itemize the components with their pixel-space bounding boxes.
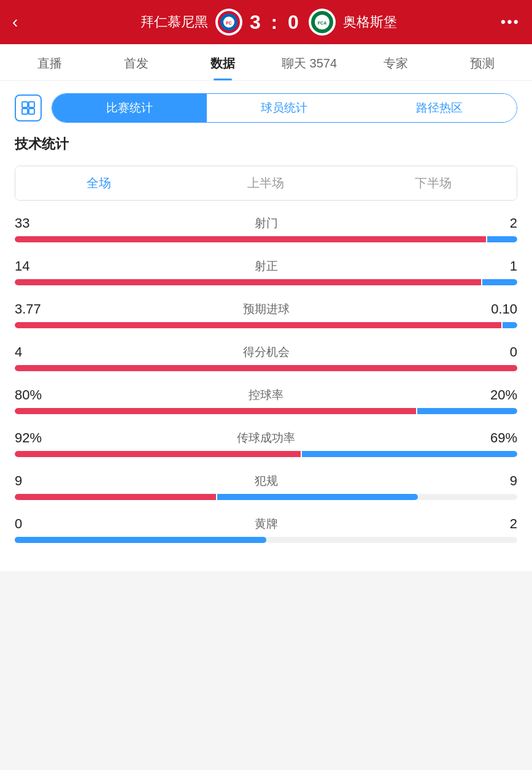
stats-sub-tabs: 比赛统计 球员统计 路径热区 xyxy=(52,93,517,123)
sub-tab-player-stats[interactable]: 球员统计 xyxy=(207,94,361,122)
stat-right-val-3: 0 xyxy=(468,344,517,360)
more-button[interactable]: ••• xyxy=(501,13,520,31)
stat-bar-4 xyxy=(15,408,517,414)
stat-left-val-3: 4 xyxy=(15,344,64,360)
stat-name-1: 射正 xyxy=(64,258,468,274)
stat-name-4: 控球率 xyxy=(64,387,468,403)
stat-right-val-7: 2 xyxy=(468,516,517,532)
stat-labels-5: 92% 传球成功率 69% xyxy=(15,430,517,446)
bar-left-1 xyxy=(15,279,481,285)
stat-name-7: 黄牌 xyxy=(64,516,468,532)
header-score: 拜仁慕尼黑 FC 3 : 0 FCA 奥格斯堡 xyxy=(37,9,501,36)
stat-right-val-4: 20% xyxy=(468,387,517,403)
stat-right-val-0: 2 xyxy=(468,215,517,231)
stat-row-3: 4 得分机会 0 xyxy=(15,344,517,371)
tab-expert[interactable]: 专家 xyxy=(353,44,439,80)
stat-left-val-2: 3.77 xyxy=(15,301,64,317)
stat-bar-0 xyxy=(15,236,517,242)
sub-tab-heatmap[interactable]: 路径热区 xyxy=(362,94,517,122)
bar-left-0 xyxy=(15,236,486,242)
stat-row-1: 14 射正 1 xyxy=(15,258,517,285)
stat-right-val-1: 1 xyxy=(468,258,517,274)
stat-bar-5 xyxy=(15,451,517,457)
stat-name-3: 得分机会 xyxy=(64,344,468,360)
stat-row-2: 3.77 预期进球 0.10 xyxy=(15,301,517,328)
svg-text:FC: FC xyxy=(226,21,231,25)
away-team-logo: FCA xyxy=(309,9,336,36)
bar-right-7 xyxy=(15,537,266,543)
stat-bar-1 xyxy=(15,279,517,285)
match-score: 3 : 0 xyxy=(250,11,301,34)
bar-left-5 xyxy=(15,451,301,457)
bar-right-4 xyxy=(417,408,517,414)
bar-left-4 xyxy=(15,408,416,414)
tab-data[interactable]: 数据 xyxy=(179,44,266,80)
svg-rect-7 xyxy=(22,102,28,107)
content-area: 比赛统计 球员统计 路径热区 技术统计 全场 上半场 下半场 33 射门 2 1… xyxy=(0,81,532,571)
stat-name-0: 射门 xyxy=(64,215,468,231)
header: ‹ 拜仁慕尼黑 FC 3 : 0 FCA 奥格斯堡 ••• xyxy=(0,0,532,44)
away-team-name: 奥格斯堡 xyxy=(343,13,397,31)
back-button[interactable]: ‹ xyxy=(12,12,37,32)
period-tab-first-half[interactable]: 上半场 xyxy=(182,166,349,200)
stat-bar-2 xyxy=(15,322,517,328)
svg-rect-9 xyxy=(22,109,28,114)
stat-bar-6 xyxy=(15,494,517,500)
stat-bar-3 xyxy=(15,365,517,371)
stat-row-5: 92% 传球成功率 69% xyxy=(15,430,517,457)
nav-tabs: 直播 首发 数据 聊天 3574 专家 预测 xyxy=(0,44,532,81)
stat-labels-2: 3.77 预期进球 0.10 xyxy=(15,301,517,317)
stat-labels-7: 0 黄牌 2 xyxy=(15,516,517,532)
bar-right-5 xyxy=(302,451,517,457)
stat-right-val-5: 69% xyxy=(468,430,517,446)
tab-predict[interactable]: 预测 xyxy=(439,44,526,80)
stats-view-icon[interactable] xyxy=(15,94,42,121)
stat-bar-7 xyxy=(15,537,517,543)
stats-container: 33 射门 2 14 射正 1 3.77 预期进球 0.10 xyxy=(15,215,517,543)
svg-rect-8 xyxy=(29,102,34,107)
stat-right-val-6: 9 xyxy=(468,473,517,489)
tab-chat[interactable]: 聊天 3574 xyxy=(266,44,353,80)
stat-name-2: 预期进球 xyxy=(64,301,468,317)
svg-text:FCA: FCA xyxy=(318,21,326,25)
stat-labels-6: 9 犯规 9 xyxy=(15,473,517,489)
stat-row-6: 9 犯规 9 xyxy=(15,473,517,500)
period-tab-second-half[interactable]: 下半场 xyxy=(350,166,517,200)
period-tabs: 全场 上半场 下半场 xyxy=(15,166,517,201)
bar-right-0 xyxy=(487,236,517,242)
stat-left-val-1: 14 xyxy=(15,258,64,274)
stat-labels-4: 80% 控球率 20% xyxy=(15,387,517,403)
bar-right-6 xyxy=(217,494,418,500)
section-title: 技术统计 xyxy=(15,135,517,153)
tab-lineup[interactable]: 首发 xyxy=(93,44,179,80)
stat-row-0: 33 射门 2 xyxy=(15,215,517,242)
stat-left-val-7: 0 xyxy=(15,516,64,532)
stats-toolbar: 比赛统计 球员统计 路径热区 xyxy=(15,93,517,123)
stat-name-6: 犯规 xyxy=(64,473,468,489)
home-team-logo: FC xyxy=(215,9,242,36)
stat-left-val-5: 92% xyxy=(15,430,64,446)
svg-rect-10 xyxy=(29,109,34,114)
stat-labels-3: 4 得分机会 0 xyxy=(15,344,517,360)
home-team-name: 拜仁慕尼黑 xyxy=(141,13,208,31)
stat-row-4: 80% 控球率 20% xyxy=(15,387,517,414)
stat-labels-0: 33 射门 2 xyxy=(15,215,517,231)
stat-left-val-4: 80% xyxy=(15,387,64,403)
bar-left-6 xyxy=(15,494,216,500)
stat-left-val-6: 9 xyxy=(15,473,64,489)
bar-left-3 xyxy=(15,365,517,371)
bar-right-2 xyxy=(503,322,518,328)
sub-tab-match-stats[interactable]: 比赛统计 xyxy=(52,94,207,122)
stat-labels-1: 14 射正 1 xyxy=(15,258,517,274)
stat-right-val-2: 0.10 xyxy=(468,301,517,317)
period-tab-full[interactable]: 全场 xyxy=(15,166,182,200)
stat-row-7: 0 黄牌 2 xyxy=(15,516,517,543)
bar-right-1 xyxy=(482,279,517,285)
bar-left-2 xyxy=(15,322,501,328)
tab-live[interactable]: 直播 xyxy=(6,44,93,80)
stat-name-5: 传球成功率 xyxy=(64,430,468,446)
stat-left-val-0: 33 xyxy=(15,215,64,231)
